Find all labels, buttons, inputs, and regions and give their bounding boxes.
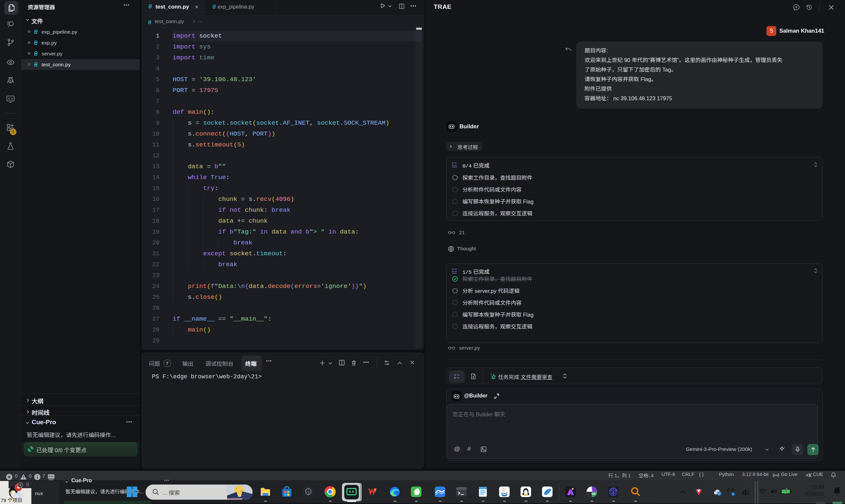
svg-text:JA: JA	[589, 488, 593, 492]
svg-text:z: z	[839, 486, 840, 489]
svg-text:DX: DX	[592, 492, 596, 496]
